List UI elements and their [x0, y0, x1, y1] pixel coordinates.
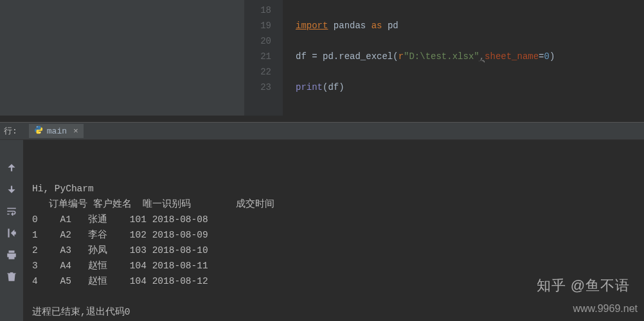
console-line: 进程已结束,退出代码0	[32, 307, 130, 317]
run-panel-header[interactable]: 行: main ×	[0, 122, 644, 140]
watermark-site: www.9969.net	[573, 303, 638, 315]
console-line: 3 A4 赵恒 104 2018-08-11	[32, 261, 208, 271]
editor-left-background	[0, 0, 244, 116]
trash-icon[interactable]	[6, 271, 17, 282]
console-line: 0 A1 张通 101 2018-08-08	[32, 214, 208, 225]
close-icon[interactable]: ×	[73, 126, 78, 136]
wrap-icon[interactable]	[6, 205, 17, 217]
code-line[interactable]: import pandas as pd	[296, 18, 644, 33]
python-icon	[34, 125, 43, 137]
svg-point-0	[37, 126, 37, 127]
console-line: 2 A3 孙凤 103 2018-08-10	[32, 245, 208, 256]
code-area[interactable]: import pandas as pd df = pd.read_excel(r…	[283, 0, 644, 116]
code-editor[interactable]: 18 19 20 21 22 23 import pandas as pd df…	[244, 0, 644, 116]
console-line: 1 A2 李谷 102 2018-08-09	[32, 230, 208, 240]
print-icon[interactable]	[6, 249, 17, 261]
watermark-zhihu: 知乎 @鱼不语	[537, 276, 630, 295]
line-number: 19	[244, 18, 283, 33]
svg-point-1	[39, 132, 40, 133]
console-line: 4 A5 赵恒 104 2018-08-12	[32, 276, 208, 286]
run-panel-label: 行:	[4, 125, 17, 137]
run-tab-label: main	[47, 126, 67, 136]
line-number: 20	[244, 33, 283, 49]
up-arrow-icon[interactable]	[6, 162, 17, 173]
run-tab-main[interactable]: main ×	[29, 124, 84, 138]
code-line[interactable]: print(df)	[296, 80, 644, 95]
console-line: Hi, PyCharm	[32, 184, 94, 194]
run-toolbar	[0, 140, 23, 321]
down-arrow-icon[interactable]	[6, 184, 17, 195]
code-line[interactable]: df = pd.read_excel(r"D:\test.xlsx",sheet…	[296, 49, 644, 64]
line-number: 21	[244, 49, 283, 64]
scroll-end-icon[interactable]	[6, 227, 17, 239]
console-line: 订单编号 客户姓名 唯一识别码 成交时间	[32, 199, 274, 209]
line-number-gutter: 18 19 20 21 22 23	[244, 0, 283, 116]
line-number: 23	[244, 80, 283, 95]
line-number: 22	[244, 64, 283, 80]
line-number: 18	[244, 3, 283, 18]
